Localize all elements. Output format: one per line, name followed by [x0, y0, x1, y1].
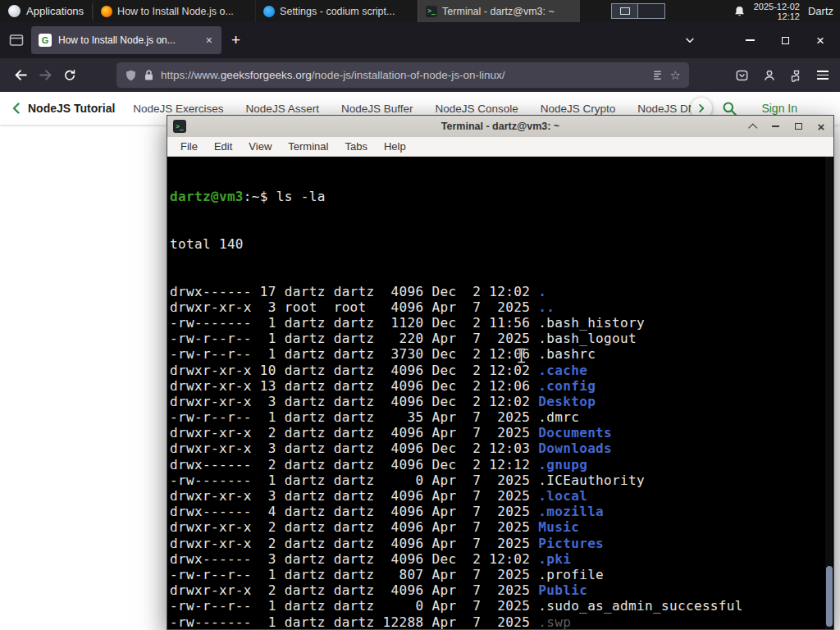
list-all-tabs-icon[interactable] [684, 34, 696, 46]
workspace-window-thumb [620, 7, 630, 15]
terminal-output-line: -rw-r--r-- 1 dartz dartz 807 Apr 7 2025 … [170, 567, 833, 582]
bookmark-star-icon[interactable]: ☆ [670, 68, 681, 83]
site-nav-item[interactable]: NodeJS Crypto [541, 103, 616, 115]
tab-bar: How to Install Node.js on... × + × [0, 22, 840, 58]
applications-label: Applications [26, 5, 84, 17]
terminal-titlebar[interactable]: Terminal - dartz@vm3: ~ × [167, 116, 833, 137]
terminal-window: Terminal - dartz@vm3: ~ × File Edit View… [167, 115, 834, 630]
site-nav-items: NodeJS Exercises NodeJS Assert NodeJS Bu… [133, 103, 702, 115]
clock-date: 2025-12-02 [754, 2, 800, 11]
terminal-titlebar-icon [173, 120, 186, 133]
terminal-output-line: drwxr-xr-x 3 dartz dartz 4096 Apr 7 2025… [170, 488, 833, 504]
reader-mode-icon[interactable] [651, 69, 664, 81]
menu-edit[interactable]: Edit [206, 140, 240, 153]
terminal-output-line: drwxr-xr-x 2 dartz dartz 4096 Apr 7 2025… [170, 425, 833, 441]
close-button[interactable]: × [814, 34, 827, 47]
terminal-output-line: drwxr-xr-x 2 dartz dartz 4096 Apr 7 2025… [170, 536, 833, 551]
url-scheme: https://www. [161, 69, 221, 81]
menu-tabs[interactable]: Tabs [336, 140, 375, 153]
terminal-output-line: drwxr-xr-x 13 dartz dartz 4096 Dec 2 12:… [170, 378, 833, 394]
terminal-output-line: drwxr-xr-x 10 dartz dartz 4096 Dec 2 12:… [170, 363, 833, 378]
lock-icon[interactable] [144, 69, 154, 81]
forward-button[interactable] [33, 63, 57, 88]
terminal-output-line: drwxr-xr-x 3 root root 4096 Apr 7 2025 .… [170, 299, 833, 315]
terminal-scrollbar[interactable] [825, 157, 833, 629]
menu-icon[interactable] [817, 71, 829, 80]
terminal-screen[interactable]: dartz@vm3:~$ ls -la total 140 drwx------… [167, 157, 833, 629]
applications-icon [8, 5, 21, 17]
firefox-icon [101, 6, 112, 17]
terminal-window-controls: × [746, 120, 828, 133]
reload-button[interactable] [57, 63, 82, 88]
taskbar-window-terminal[interactable]: Terminal - dartz@vm3: ~ [418, 0, 580, 22]
terminal-output-line: -rw------- 1 dartz dartz 1120 Dec 2 11:5… [170, 315, 833, 331]
terminal-output-line: drwx------ 17 dartz dartz 4096 Dec 2 12:… [170, 284, 833, 299]
terminal-output-line: drwxr-xr-x 3 dartz dartz 4096 Dec 2 12:0… [170, 394, 833, 409]
terminal-output-line: drwxr-xr-x 2 dartz dartz 4096 Apr 7 2025… [170, 519, 833, 535]
url-domain: geeksforgeeks.org [221, 69, 312, 81]
search-icon[interactable] [722, 101, 737, 116]
account-icon[interactable] [763, 69, 776, 82]
applications-menu-button[interactable]: Applications [0, 0, 92, 22]
terminal-output-line: drwxr-xr-x 3 dartz dartz 4096 Dec 2 12:0… [170, 441, 833, 456]
terminal-output-line: -rw-r--r-- 1 dartz dartz 0 Apr 7 2025 .s… [170, 598, 833, 614]
tab-close-icon[interactable]: × [204, 34, 214, 47]
maximize-button[interactable] [792, 120, 805, 133]
extensions-icon[interactable] [790, 69, 803, 82]
taskbar-window-firefox[interactable]: How to Install Node.js o... [93, 0, 255, 22]
menu-file[interactable]: File [172, 140, 206, 153]
nav-scroll-left-icon[interactable] [10, 102, 23, 115]
taskbar: Applications How to Install Node.js o...… [0, 0, 840, 22]
menu-help[interactable]: Help [376, 140, 414, 153]
terminal-output-line: drwx------ 3 dartz dartz 4096 Dec 2 12:0… [170, 551, 833, 567]
terminal-output-line: drwx------ 4 dartz dartz 4096 Apr 7 2025… [170, 504, 833, 519]
browser-tab[interactable]: How to Install Node.js on... × [31, 26, 221, 54]
user-menu[interactable]: Dartz [808, 5, 833, 17]
tab-title: How to Install Node.js on... [58, 34, 198, 46]
menu-terminal[interactable]: Terminal [280, 140, 336, 153]
workspace-switcher[interactable] [611, 3, 665, 19]
terminal-output-line: -rw-r--r-- 1 dartz dartz 3730 Dec 2 12:0… [170, 346, 833, 362]
terminal-output-line: drwx------ 2 dartz dartz 4096 Dec 2 12:1… [170, 457, 833, 472]
clock[interactable]: 2025-12-02 12:12 [754, 2, 800, 21]
taskbar-window-title: How to Install Node.js o... [117, 6, 234, 17]
site-nav-item[interactable]: NodeJS Assert [246, 103, 319, 115]
close-button[interactable]: × [815, 120, 828, 133]
terminal-command: ls -la [276, 189, 326, 204]
tracking-protection-shield-icon[interactable] [125, 69, 137, 82]
workspace-2[interactable] [638, 3, 665, 19]
back-button[interactable] [8, 63, 33, 88]
terminal-scrollbar-thumb[interactable] [826, 566, 833, 627]
menu-view[interactable]: View [240, 140, 280, 153]
shade-button[interactable] [746, 120, 759, 133]
site-nav-tutorial[interactable]: NodeJS Tutorial [28, 102, 115, 115]
window-controls: × [743, 34, 833, 47]
terminal-menubar: File Edit View Terminal Tabs Help [167, 137, 833, 157]
terminal-output-line: drwxr-xr-x 2 dartz dartz 4096 Apr 7 2025… [170, 582, 833, 598]
terminal-total-line: total 140 [170, 236, 833, 252]
minimize-button[interactable] [769, 120, 782, 133]
site-nav-item[interactable]: NodeJS Console [435, 103, 518, 115]
taskbar-window-codium[interactable]: Settings - codium script... [255, 0, 418, 22]
terminal-output-line: -rw------- 1 dartz dartz 0 Apr 7 2025 .I… [170, 472, 833, 488]
mouse-cursor-ibeam [517, 348, 526, 367]
new-tab-button[interactable]: + [221, 31, 250, 49]
workspace-1[interactable] [611, 3, 638, 19]
taskbar-window-title: Settings - codium script... [280, 6, 395, 17]
gfg-favicon [39, 34, 52, 47]
terminal-prompt-line: dartz@vm3:~$ ls -la [170, 189, 833, 204]
toolbar-icons [735, 69, 832, 82]
site-nav-item[interactable]: NodeJS Exercises [133, 103, 223, 115]
clock-time: 12:12 [754, 11, 800, 21]
minimize-button[interactable] [743, 34, 756, 47]
navigation-bar: https://www.geeksforgeeks.org/node-js/in… [0, 58, 840, 92]
url-text[interactable]: https://www.geeksforgeeks.org/node-js/in… [161, 69, 645, 81]
site-nav-item[interactable]: NodeJS Buffer [341, 103, 413, 115]
notification-bell-icon[interactable] [733, 5, 746, 18]
maximize-button[interactable] [778, 34, 792, 47]
prompt-user: dartz@vm3 [170, 189, 244, 204]
firefox-view-icon[interactable] [7, 30, 26, 50]
url-bar[interactable]: https://www.geeksforgeeks.org/node-js/in… [116, 62, 689, 88]
pocket-icon[interactable] [735, 69, 749, 82]
sign-in-button[interactable]: Sign In [761, 102, 797, 115]
